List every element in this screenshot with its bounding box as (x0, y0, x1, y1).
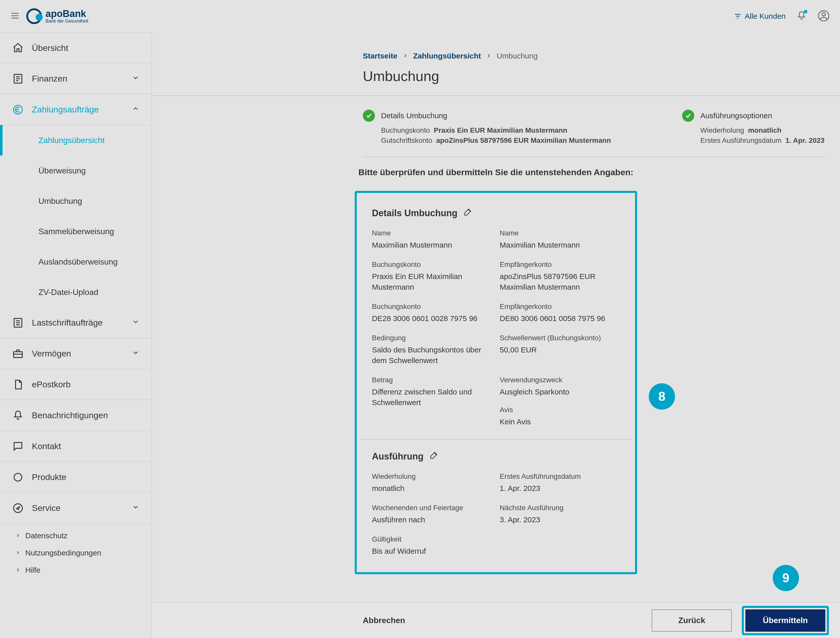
breadcrumb-payments-overview[interactable]: Zahlungsübersicht (413, 52, 481, 60)
right-iban-value: DE80 3006 0601 0058 7975 96 (500, 313, 620, 324)
sidebar-subitem-bulk-transfer[interactable]: Sammelüberweisung (0, 216, 152, 247)
list-icon (12, 317, 24, 329)
sidebar-item-label: Hilfe (25, 566, 41, 575)
sidebar-item-label: Finanzen (32, 74, 67, 84)
notification-dot-icon (804, 10, 807, 13)
briefcase-icon (12, 348, 24, 359)
step-done-icon (682, 109, 694, 122)
sidebar-item-epost[interactable]: ePostkorb (0, 369, 152, 400)
sidebar-item-label: Nutzungsbedingungen (25, 549, 101, 557)
home-icon (12, 42, 24, 54)
step2-title: Ausführungsoptionen (700, 111, 772, 120)
chevron-right-icon (15, 532, 21, 540)
left-name-label: Name (372, 229, 492, 237)
repeat-label: Wiederholung (372, 472, 492, 481)
sidebar-item-finances[interactable]: Finanzen (0, 63, 152, 94)
edit-execution-button[interactable] (429, 451, 438, 462)
right-acct-value: apoZinsPlus 58797596 EUR Maximilian Must… (500, 271, 620, 293)
execution-panel: Ausführung Wiederholungmonatlich Erstes … (360, 440, 632, 568)
avis-value: Kein Avis (500, 416, 620, 427)
right-name-label: Name (500, 229, 620, 237)
step2-line1-label: Wiederholung (700, 126, 744, 134)
details-section-title: Details Umbuchung (372, 208, 458, 218)
customer-filter-label: Alle Kunden (745, 12, 786, 21)
condition-value: Saldo des Buchungskontos über dem Schwel… (372, 345, 492, 366)
breadcrumb: Startseite Zahlungsübersicht Umbuchung (152, 32, 840, 60)
svg-rect-5 (14, 351, 22, 358)
document-icon (12, 379, 24, 390)
customer-filter-link[interactable]: Alle Kunden (734, 12, 786, 21)
details-panel: Details Umbuchung NameMaximilian Musterm… (360, 196, 632, 440)
purpose-value: Ausgleich Sparkonto (500, 386, 620, 397)
sidebar-subitem-zv-upload[interactable]: ZV-Datei-Upload (0, 277, 152, 307)
condition-label: Bedingung (372, 334, 492, 342)
step2-line2-label: Erstes Ausführungsdatum (700, 136, 782, 144)
weekend-label: Wochenenden und Feiertage (372, 504, 492, 512)
circle-icon (12, 472, 24, 483)
chevron-right-icon (15, 549, 21, 557)
sidebar-item-label: Kontakt (32, 441, 61, 451)
svg-point-1 (822, 13, 825, 16)
sidebar-subitem-rebooking[interactable]: Umbuchung (0, 186, 152, 216)
sidebar-item-label: Zahlungsübersicht (38, 136, 104, 145)
sidebar-item-direct-debits[interactable]: Lastschriftaufträge (0, 307, 152, 338)
sidebar-link-help[interactable]: Hilfe (0, 562, 152, 579)
sidebar-item-label: Überweisung (38, 166, 86, 176)
chevron-down-icon (132, 318, 139, 328)
edit-details-button[interactable] (464, 207, 472, 218)
weekend-value: Ausführen nach (372, 515, 492, 525)
avatar-icon (818, 9, 830, 22)
chevron-down-icon (132, 503, 139, 513)
sidebar-link-terms[interactable]: Nutzungsbedingungen (0, 544, 152, 562)
threshold-label: Schwellenwert (Buchungskonto) (500, 334, 620, 342)
wizard-steps: Details Umbuchung Buchungskonto Praxis E… (347, 96, 840, 144)
repeat-value: monatlich (372, 483, 492, 494)
left-iban-label: Buchungskonto (372, 302, 492, 311)
right-acct-label: Empfängerkonto (500, 261, 620, 269)
annotation-bubble-9: 9 (773, 565, 799, 591)
sidebar-item-notifications[interactable]: Benachrichtigungen (0, 400, 152, 431)
sidebar-item-label: Service (32, 503, 60, 513)
review-card: Details Umbuchung NameMaximilian Musterm… (355, 191, 637, 574)
ledger-icon (12, 73, 24, 85)
sidebar-item-contact[interactable]: Kontakt (0, 431, 152, 462)
step2-line2-value: 1. Apr. 2023 (785, 136, 824, 144)
chevron-right-icon (486, 52, 492, 60)
left-name-value: Maximilian Mustermann (372, 240, 492, 250)
sidebar-item-label: Produkte (32, 472, 66, 482)
menu-button[interactable] (10, 11, 20, 22)
footer-bar: Abbrechen Zurück Übermitteln 9 (152, 603, 840, 638)
bell-icon (12, 410, 24, 421)
sidebar-subitem-foreign-transfer[interactable]: Auslandsüberweisung (0, 247, 152, 277)
amount-label: Betrag (372, 376, 492, 384)
right-iban-label: Empfängerkonto (500, 302, 620, 311)
submit-button[interactable]: Übermitteln (745, 610, 825, 632)
sidebar-item-wealth[interactable]: Vermögen (0, 338, 152, 369)
chevron-down-icon (132, 348, 139, 358)
sidebar-item-label: Zahlungsaufträge (32, 104, 99, 114)
notifications-button[interactable] (796, 10, 807, 22)
sidebar-item-service[interactable]: Service (0, 493, 152, 524)
back-button[interactable]: Zurück (652, 610, 732, 632)
sidebar-item-label: Umbuchung (38, 196, 82, 206)
profile-button[interactable] (818, 9, 830, 23)
brand-logo[interactable]: apoBank Bank der Gesundheit (26, 8, 88, 24)
sidebar-item-label: Datenschutz (25, 532, 68, 540)
sidebar-item-payments[interactable]: Zahlungsaufträge (0, 94, 152, 125)
sidebar-link-privacy[interactable]: Datenschutz (0, 527, 152, 544)
left-acct-label: Buchungskonto (372, 261, 492, 269)
next-exec-label: Nächste Ausführung (500, 504, 620, 512)
breadcrumb-home[interactable]: Startseite (363, 52, 398, 60)
avis-label: Avis (500, 406, 620, 414)
cancel-link[interactable]: Abbrechen (363, 616, 405, 625)
sidebar-subitem-transfer[interactable]: Überweisung (0, 155, 152, 186)
hamburger-icon (10, 11, 20, 21)
sidebar-item-products[interactable]: Produkte (0, 462, 152, 493)
validity-value: Bis auf Widerruf (372, 546, 492, 556)
svg-point-6 (14, 473, 22, 481)
compass-icon (12, 502, 24, 514)
sidebar-item-overview[interactable]: Übersicht (0, 32, 152, 63)
step1-line1-label: Buchungskonto (381, 126, 430, 134)
step1-title: Details Umbuchung (381, 111, 447, 120)
sidebar-subitem-payments-overview[interactable]: Zahlungsübersicht (0, 125, 152, 155)
